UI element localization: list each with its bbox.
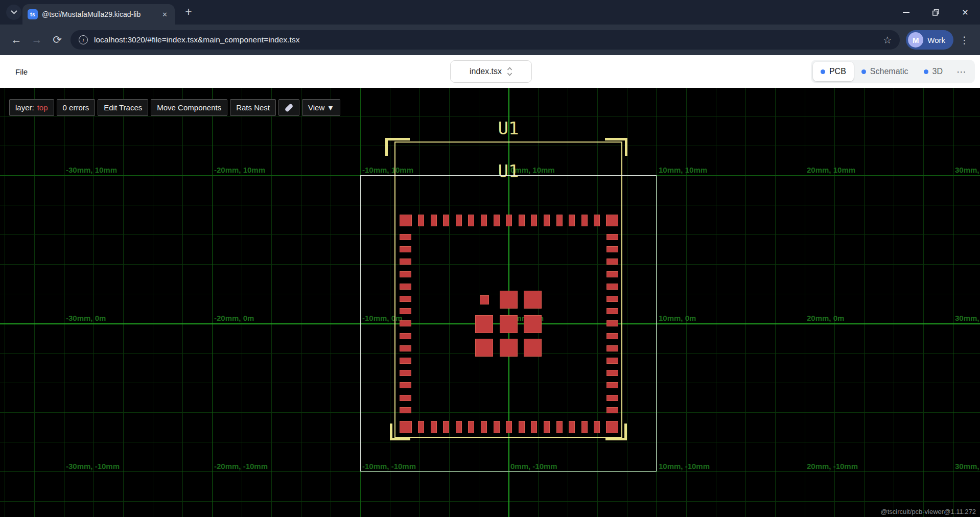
move-components-button[interactable]: Move Components (151, 99, 227, 116)
browser-tab[interactable]: ts @tsci/MustafaMulla29.kicad-lib ✕ (22, 4, 175, 25)
pcb-pad[interactable] (443, 215, 449, 226)
window-restore-button[interactable] (921, 0, 950, 25)
pcb-pad[interactable] (400, 382, 411, 388)
pcb-pad[interactable] (556, 421, 563, 433)
pcb-pad[interactable] (400, 234, 411, 240)
pcb-pad[interactable] (481, 215, 487, 226)
pcb-pad[interactable] (468, 421, 474, 433)
pcb-pad[interactable] (544, 215, 550, 226)
pcb-pad[interactable] (606, 308, 618, 314)
pcb-pad[interactable] (606, 358, 618, 364)
tab-schematic[interactable]: Schematic (854, 62, 916, 81)
pcb-pad[interactable] (606, 370, 618, 376)
pcb-pad[interactable] (606, 258, 618, 265)
pcb-pad[interactable] (531, 421, 537, 433)
pcb-pad[interactable] (506, 421, 512, 433)
pcb-pad[interactable] (456, 421, 462, 433)
pcb-pad[interactable] (606, 271, 618, 277)
bookmark-star-icon[interactable]: ☆ (883, 34, 892, 46)
layer-button[interactable]: layer: top (9, 99, 54, 116)
view-dropdown-button[interactable]: View ▼ (302, 99, 340, 116)
pcb-pad[interactable] (500, 315, 518, 333)
pcb-pad[interactable] (475, 339, 493, 357)
pcb-pad[interactable] (400, 345, 411, 351)
pcb-pad[interactable] (400, 395, 411, 401)
pcb-pad[interactable] (531, 215, 537, 226)
pcb-pad[interactable] (524, 339, 542, 357)
pcb-pad[interactable] (418, 421, 424, 433)
window-close-button[interactable]: ✕ (950, 0, 980, 25)
pcb-pad[interactable] (606, 320, 618, 326)
pcb-pad[interactable] (556, 215, 563, 226)
pcb-pad[interactable] (418, 215, 424, 226)
pcb-pad[interactable] (400, 271, 411, 277)
pcb-pad[interactable] (606, 345, 618, 351)
pcb-pad[interactable] (500, 339, 518, 357)
pcb-pad[interactable] (594, 215, 600, 226)
pcb-pad[interactable] (606, 421, 618, 433)
pcb-pad[interactable] (456, 215, 462, 226)
pcb-pad[interactable] (400, 296, 411, 302)
pcb-pad[interactable] (506, 215, 512, 226)
pcb-pad[interactable] (524, 315, 542, 333)
pcb-pad[interactable] (400, 258, 411, 265)
pcb-pad[interactable] (606, 296, 618, 302)
new-tab-button[interactable]: + (181, 4, 196, 19)
pcb-pad[interactable] (400, 407, 411, 413)
pcb-pad[interactable] (494, 215, 500, 226)
pcb-pad[interactable] (606, 246, 618, 252)
pcb-pad[interactable] (519, 421, 525, 433)
pcb-pad[interactable] (431, 215, 437, 226)
pcb-pad[interactable] (500, 291, 518, 309)
tab-3d[interactable]: 3D (916, 62, 950, 81)
pcb-pad[interactable] (443, 421, 449, 433)
pcb-pad[interactable] (606, 215, 618, 226)
window-minimize-button[interactable] (891, 0, 921, 25)
pcb-pad[interactable] (569, 215, 575, 226)
pcb-pad[interactable] (481, 421, 487, 433)
pcb-pad[interactable] (519, 215, 525, 226)
pcb-pad[interactable] (400, 284, 411, 290)
pcb-pad[interactable] (480, 295, 489, 304)
pcb-pad[interactable] (581, 421, 588, 433)
pcb-pad[interactable] (400, 421, 412, 433)
pcb-pad[interactable] (494, 421, 500, 433)
reload-button[interactable]: ⟳ (47, 30, 67, 50)
pcb-pad[interactable] (400, 308, 411, 314)
pcb-pad[interactable] (606, 395, 618, 401)
address-bar[interactable]: i localhost:3020/#file=index.tsx&main_co… (71, 30, 900, 50)
profile-chip[interactable]: M Work (906, 30, 953, 50)
view-switcher-more-button[interactable]: ⋯ (950, 66, 973, 78)
pcb-pad[interactable] (475, 315, 493, 333)
pcb-pad[interactable] (431, 421, 437, 433)
pcb-pad[interactable] (524, 291, 542, 309)
edit-pencil-button[interactable] (278, 99, 299, 116)
pcb-pad[interactable] (606, 234, 618, 240)
pcb-pad[interactable] (606, 333, 618, 339)
pcb-pad[interactable] (400, 246, 411, 252)
pcb-canvas[interactable]: layer: top 0 errors Edit Traces Move Com… (0, 88, 980, 517)
pcb-pad[interactable] (544, 421, 550, 433)
pcb-pad[interactable] (606, 284, 618, 290)
pcb-pad[interactable] (400, 320, 411, 326)
back-button[interactable]: ← (6, 30, 27, 50)
pcb-pad[interactable] (569, 421, 575, 433)
tab-search-button[interactable] (6, 5, 21, 20)
rats-nest-button[interactable]: Rats Nest (230, 99, 276, 116)
edit-traces-button[interactable]: Edit Traces (98, 99, 148, 116)
browser-menu-button[interactable]: ⋮ (960, 34, 970, 46)
pcb-pad[interactable] (400, 370, 411, 376)
pcb-pad[interactable] (606, 382, 618, 388)
tab-pcb[interactable]: PCB (813, 62, 854, 81)
pcb-pad[interactable] (400, 215, 412, 226)
pcb-pad[interactable] (468, 215, 474, 226)
pcb-pad[interactable] (400, 333, 411, 339)
pcb-pad[interactable] (581, 215, 588, 226)
file-selector[interactable]: index.tsx (450, 60, 532, 83)
pcb-pad[interactable] (594, 421, 600, 433)
pcb-pad[interactable] (606, 407, 618, 413)
url-text[interactable]: localhost:3020/#file=index.tsx&main_comp… (94, 35, 299, 44)
errors-button[interactable]: 0 errors (57, 99, 96, 116)
pcb-pad[interactable] (400, 358, 411, 364)
file-menu[interactable]: File (15, 67, 28, 76)
